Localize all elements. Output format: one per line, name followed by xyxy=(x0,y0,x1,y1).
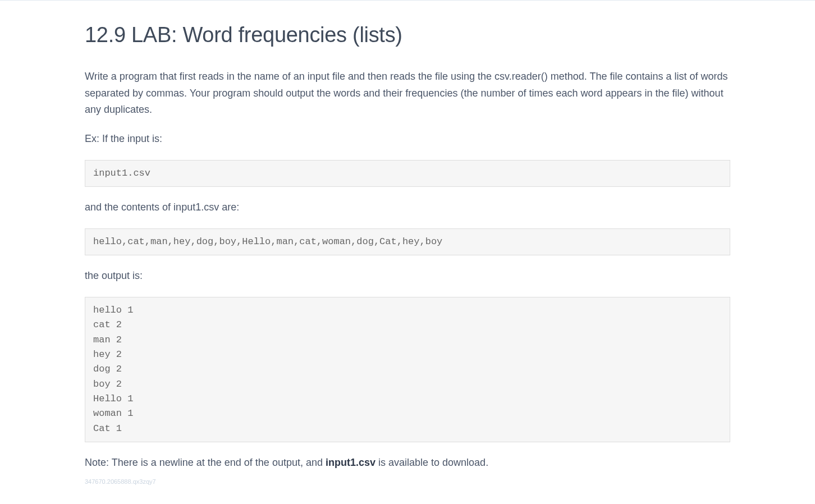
note-suffix: is available to download. xyxy=(376,457,488,468)
note-filename: input1.csv xyxy=(326,457,376,468)
footer-id: 347670.2065888.qx3zqy7 xyxy=(85,478,730,485)
contents-label: and the contents of input1.csv are: xyxy=(85,199,730,216)
example-input-code: input1.csv xyxy=(85,160,730,187)
output-label: the output is: xyxy=(85,268,730,285)
contents-code: hello,cat,man,hey,dog,boy,Hello,man,cat,… xyxy=(85,228,730,255)
page-title: 12.9 LAB: Word frequencies (lists) xyxy=(85,23,730,47)
output-code: hello 1 cat 2 man 2 hey 2 dog 2 boy 2 He… xyxy=(85,297,730,442)
lab-content: 12.9 LAB: Word frequencies (lists) Write… xyxy=(45,1,770,496)
example-input-label: Ex: If the input is: xyxy=(85,131,730,148)
intro-paragraph: Write a program that first reads in the … xyxy=(85,68,730,118)
note-prefix: Note: There is a newline at the end of t… xyxy=(85,457,326,468)
note-paragraph: Note: There is a newline at the end of t… xyxy=(85,455,730,471)
